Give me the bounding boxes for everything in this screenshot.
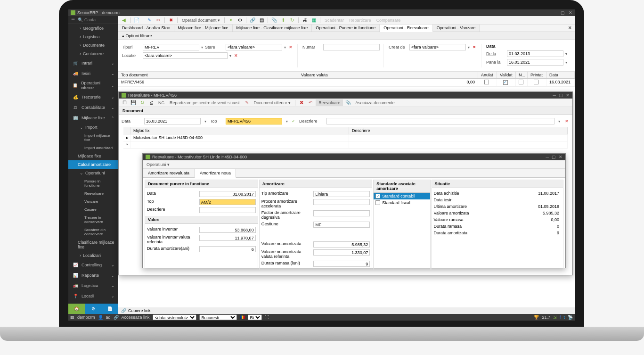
chevron-down-icon[interactable]: ▾: [204, 119, 206, 124]
sidebar-item-import-mf[interactable]: Import mijloace fixe: [68, 132, 118, 144]
hamburger-icon[interactable]: ☰: [71, 17, 75, 22]
fullscreen-icon[interactable]: ⛶: [265, 315, 269, 320]
refresh-icon[interactable]: ↻: [139, 99, 146, 106]
col-data[interactable]: Data: [546, 72, 575, 78]
checkbox-icon[interactable]: ☐: [121, 99, 128, 106]
col-n[interactable]: N...: [516, 72, 528, 78]
sidebar-group-logistica[interactable]: ›Logistica: [68, 33, 118, 41]
sidebar-menu-logistica2[interactable]: 🚛Logistica⌄: [68, 281, 118, 291]
chevron-down-icon[interactable]: ▾: [201, 45, 203, 50]
stare-input[interactable]: [226, 44, 282, 50]
tab-close-icon[interactable]: ✕: [565, 25, 575, 32]
sidebar-sub-import[interactable]: ⌄Import: [68, 123, 118, 132]
home-button[interactable]: 🏠: [68, 304, 85, 314]
wand-icon[interactable]: ✦: [227, 17, 235, 24]
std-fiscal-check[interactable]: Standard fiscal: [374, 199, 430, 206]
sidebar-menu-iesiri[interactable]: 🚚Iesiri⌄: [68, 68, 118, 79]
col-top-doc[interactable]: Top document: [118, 72, 298, 78]
std-contabil-check[interactable]: ✓Standard contabil: [374, 193, 430, 199]
print-icon[interactable]: 🖨: [301, 17, 309, 24]
reevaluare-button[interactable]: Reevaluare: [316, 99, 343, 106]
maximize-icon[interactable]: ▢: [561, 10, 565, 15]
dela-input[interactable]: [507, 50, 563, 57]
copiere-link-button[interactable]: Copiere link: [128, 308, 151, 313]
rss-icon[interactable]: 📡: [568, 315, 573, 320]
col-validat[interactable]: Validat: [497, 72, 516, 78]
sidebar-menu-locatii[interactable]: 📍Locatii⌄: [68, 291, 118, 301]
undo-icon[interactable]: ↶: [307, 99, 314, 106]
chevron-down-icon[interactable]: ▾: [558, 119, 560, 124]
procent-field[interactable]: [313, 199, 370, 205]
data-input[interactable]: [144, 118, 201, 124]
tab-amort-noua[interactable]: Amortizare noua: [195, 169, 236, 178]
new-doc-icon[interactable]: 📄: [133, 17, 140, 24]
minimize-icon[interactable]: ─: [546, 155, 549, 159]
durata-field[interactable]: [199, 246, 256, 252]
close-icon[interactable]: ✕: [559, 155, 562, 159]
nc-button[interactable]: NC: [156, 100, 166, 105]
sidebar-item-casare[interactable]: Casare: [68, 206, 118, 214]
ops-dropdown[interactable]: Operatiuni ▾: [145, 162, 171, 167]
doc-ult-dropdown[interactable]: Document ulterior ▾: [252, 100, 293, 105]
table-row[interactable]: MFREV/456 0,00 ✓ 16.03.2021: [118, 79, 575, 87]
col-mijloc[interactable]: Mijloc fix: [130, 127, 349, 134]
share-icon[interactable]: ⇲: [553, 315, 557, 320]
sidebar-item-trecere[interactable]: Trecere in conservare: [68, 214, 118, 226]
sidebar-group-geografice[interactable]: ›Geografice: [68, 24, 118, 33]
durata-ramasa-field[interactable]: [313, 261, 370, 267]
chevron-down-icon[interactable]: ▾: [565, 52, 567, 56]
sidebar-sub-operatiuni[interactable]: ⌄Operatiuni: [68, 169, 118, 177]
delete-icon[interactable]: ✖: [298, 99, 305, 106]
settings-button[interactable]: ⚙: [85, 304, 101, 314]
dela-label[interactable]: De la: [486, 51, 505, 56]
chevron-down-icon[interactable]: ▾: [468, 45, 470, 50]
sidebar-menu-contabilitate[interactable]: ⚖Contabilitate⌄: [68, 102, 118, 113]
data-sys-dropdown[interactable]: <data sistemului>: [153, 314, 196, 320]
attach-icon[interactable]: 📎: [344, 99, 352, 106]
delete-icon[interactable]: ✖: [167, 17, 175, 24]
print-icon[interactable]: 🖨: [147, 99, 155, 106]
city-dropdown[interactable]: Bucuresti: [199, 314, 237, 320]
twitter-icon[interactable]: t: [563, 315, 565, 320]
lang-dropdown[interactable]: RO: [248, 314, 262, 320]
sidebar-item-calcul-amortizare[interactable]: Calcul amortizare: [68, 160, 118, 169]
chevron-down-icon[interactable]: ▾: [286, 119, 288, 124]
top-field[interactable]: [199, 199, 256, 205]
sidebar-item-clasificare[interactable]: Clasificare mijloace fixe: [68, 238, 118, 251]
clear-icon[interactable]: ✕: [288, 45, 293, 50]
gear-icon[interactable]: ⚙: [236, 17, 244, 24]
locatie-input[interactable]: [143, 52, 228, 59]
ops-dropdown[interactable]: Operatii document ▾: [180, 18, 222, 23]
link-icon[interactable]: 🔗: [121, 308, 126, 313]
sidebar-item-scoatere[interactable]: Scoatere din conservare: [68, 226, 118, 238]
col-valoare[interactable]: Valoare valuta: [298, 72, 478, 78]
top-input[interactable]: [226, 118, 282, 124]
save-icon[interactable]: 💾: [130, 99, 137, 106]
link-icon[interactable]: 🔗: [249, 17, 256, 24]
excel-icon[interactable]: ▦: [310, 17, 318, 24]
sidebar-menu-intrari[interactable]: 🛒Intrari⌄: [68, 58, 118, 68]
tab-reevaluare[interactable]: Operatiuni - Reevaluare: [380, 25, 433, 32]
sidebar-menu-controlling[interactable]: 📈Controlling⌄: [68, 260, 118, 270]
close-icon[interactable]: ✕: [569, 10, 572, 15]
sidebar-menu-rapoarte[interactable]: 📊Rapoarte⌄: [68, 270, 118, 281]
tab-dashboard[interactable]: Dashboard - Analiza Stoc: [118, 25, 174, 32]
data-field[interactable]: [199, 191, 256, 197]
clear-icon[interactable]: ✕: [233, 53, 239, 58]
grid-icon[interactable]: ▦: [70, 315, 74, 320]
tipuri-input[interactable]: [143, 44, 199, 50]
link-icon[interactable]: 🔗: [114, 315, 119, 320]
filter-header[interactable]: ▴ Optiuni filtrare: [118, 32, 575, 40]
val-inv-field[interactable]: [199, 227, 256, 233]
sidebar-group-documente[interactable]: ›Documente: [68, 41, 118, 50]
creat-input[interactable]: [409, 44, 466, 50]
minimize-icon[interactable]: ─: [553, 93, 556, 98]
chevron-down-icon[interactable]: ▾: [284, 45, 286, 50]
facebook-icon[interactable]: f: [560, 315, 561, 320]
tab-clasificare[interactable]: Mijloace fixe - Clasificare mijloace fix…: [233, 25, 312, 32]
chevron-down-icon[interactable]: ▾: [565, 60, 567, 65]
table-row[interactable]: ▸ Motostivuitor SH Linde H45D-04-600: [123, 134, 568, 141]
filter-icon[interactable]: ▤: [258, 17, 265, 24]
panala-input[interactable]: [507, 59, 563, 66]
tab-vanzare[interactable]: Operatiuni - Vanzare: [433, 25, 480, 32]
